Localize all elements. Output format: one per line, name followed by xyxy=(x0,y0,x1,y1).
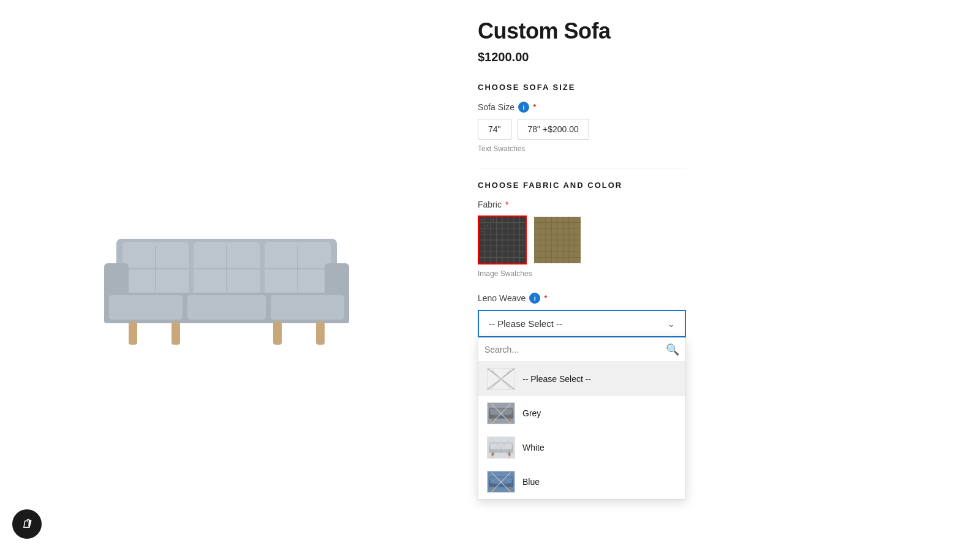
product-price: $1200.00 xyxy=(478,50,943,64)
svg-rect-59 xyxy=(490,409,497,414)
svg-rect-37 xyxy=(493,219,494,220)
svg-rect-72 xyxy=(492,452,494,456)
please-select-thumb xyxy=(487,368,515,390)
leno-weave-dropdown-menu: 🔍 -- Please Select -- xyxy=(478,337,686,500)
svg-rect-71 xyxy=(489,450,513,453)
shopify-badge[interactable] xyxy=(12,509,42,539)
fabric-required: * xyxy=(505,200,508,209)
svg-rect-62 xyxy=(489,416,513,419)
product-image-area xyxy=(0,0,453,551)
shopify-icon xyxy=(20,517,34,531)
svg-rect-80 xyxy=(489,484,513,487)
svg-rect-35 xyxy=(481,219,483,220)
leno-weave-section: Leno Weave i * -- Please Select -- ⌄ 🔍 xyxy=(478,293,943,337)
fabric-label: Fabric * xyxy=(478,200,943,209)
dropdown-search-container: 🔍 xyxy=(478,338,685,362)
fabric-swatches xyxy=(478,216,943,264)
grey-label: Grey xyxy=(522,408,541,418)
please-select-label: -- Please Select -- xyxy=(522,374,591,384)
leno-weave-info-icon[interactable]: i xyxy=(529,293,540,304)
blue-label: Blue xyxy=(522,477,540,487)
fabric-swatch-2[interactable] xyxy=(533,216,582,264)
fabric-swatches-type: Image Swatches xyxy=(478,269,943,278)
svg-rect-69 xyxy=(497,443,504,449)
svg-rect-15 xyxy=(271,295,344,320)
svg-rect-16 xyxy=(129,321,137,345)
svg-rect-61 xyxy=(505,409,511,414)
fabric-swatch-1[interactable] xyxy=(478,216,527,264)
svg-rect-38 xyxy=(481,231,483,232)
svg-rect-60 xyxy=(497,409,504,414)
dropdown-search-input[interactable] xyxy=(484,345,661,354)
dropdown-item-blue[interactable]: Blue xyxy=(478,465,685,499)
svg-rect-17 xyxy=(172,321,180,345)
svg-rect-68 xyxy=(490,443,497,449)
blue-thumb xyxy=(487,471,515,493)
page-layout: Custom Sofa $1200.00 CHOOSE SOFA SIZE So… xyxy=(0,0,980,551)
svg-rect-78 xyxy=(497,478,504,483)
sofa-illustration xyxy=(80,190,374,361)
product-title: Custom Sofa xyxy=(478,18,943,44)
svg-rect-13 xyxy=(109,295,183,320)
section-divider-1 xyxy=(478,168,686,168)
grey-thumb xyxy=(487,402,515,424)
size-swatches: 74" 78" +$200.00 xyxy=(478,119,943,140)
sofa-size-required: * xyxy=(533,102,536,112)
sofa-size-info-icon[interactable]: i xyxy=(518,102,529,113)
svg-rect-14 xyxy=(187,295,266,320)
leno-weave-label: Leno Weave i * xyxy=(478,293,943,304)
svg-rect-18 xyxy=(273,321,282,345)
leno-weave-dropdown-trigger[interactable]: -- Please Select -- ⌄ xyxy=(478,310,686,337)
sofa-size-heading: CHOOSE SOFA SIZE xyxy=(478,83,943,92)
svg-rect-19 xyxy=(316,321,325,345)
leno-weave-dropdown: -- Please Select -- ⌄ 🔍 xyxy=(478,310,686,337)
dropdown-item-grey[interactable]: Grey xyxy=(478,396,685,430)
svg-rect-81 xyxy=(492,487,494,490)
fabric-color-heading: CHOOSE FABRIC AND COLOR xyxy=(478,181,943,190)
svg-rect-73 xyxy=(508,452,511,456)
dropdown-item-white[interactable]: White xyxy=(478,430,685,465)
svg-rect-77 xyxy=(490,478,497,483)
sofa-size-label: Sofa Size i * xyxy=(478,102,943,113)
svg-rect-63 xyxy=(492,418,494,422)
size-swatches-type: Text Swatches xyxy=(478,144,943,153)
search-button[interactable]: 🔍 xyxy=(666,343,679,356)
product-details: Custom Sofa $1200.00 CHOOSE SOFA SIZE So… xyxy=(453,0,980,551)
product-image xyxy=(80,190,374,361)
leno-weave-required: * xyxy=(544,293,547,303)
size-swatch-78[interactable]: 78" +$200.00 xyxy=(518,119,589,140)
svg-rect-64 xyxy=(508,418,511,422)
svg-rect-36 xyxy=(487,225,488,226)
svg-rect-79 xyxy=(505,478,511,483)
white-label: White xyxy=(522,443,545,452)
dropdown-chevron-icon: ⌄ xyxy=(668,319,675,329)
svg-rect-70 xyxy=(505,443,511,449)
svg-rect-82 xyxy=(508,487,511,490)
white-thumb xyxy=(487,437,515,459)
dropdown-item-please-select[interactable]: -- Please Select -- xyxy=(478,362,685,396)
dropdown-selected-label: -- Please Select -- xyxy=(489,318,562,329)
size-swatch-74[interactable]: 74" xyxy=(478,119,511,140)
